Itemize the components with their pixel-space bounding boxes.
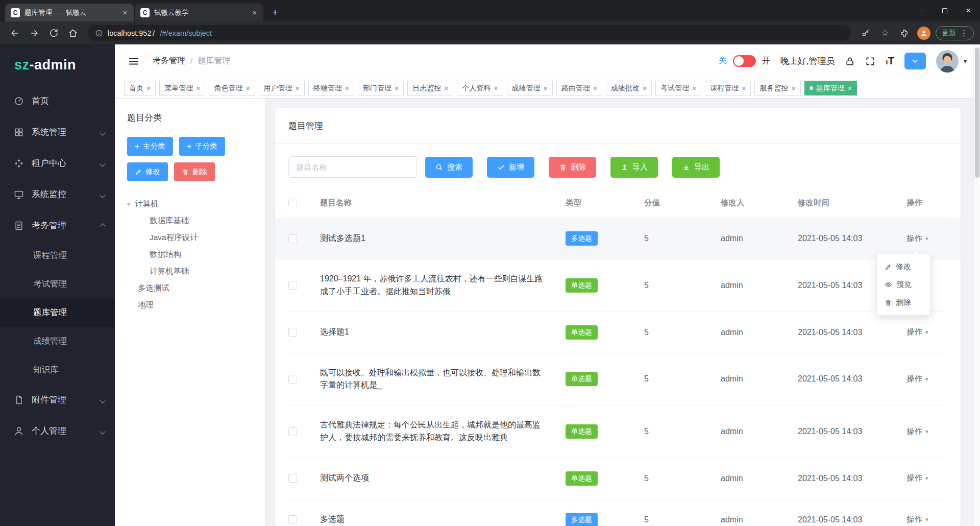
- add-button[interactable]: 新增: [487, 157, 534, 178]
- sidebar-item-monitor[interactable]: 系统监控: [0, 179, 115, 210]
- browser-profile-avatar[interactable]: [917, 27, 930, 40]
- refresh-button[interactable]: [45, 25, 62, 42]
- avatar-caret-icon[interactable]: ▾: [964, 58, 967, 65]
- row-checkbox[interactable]: [288, 474, 297, 483]
- tag-close-icon[interactable]: ×: [791, 84, 795, 92]
- tag-close-icon[interactable]: ×: [395, 84, 399, 92]
- address-bar[interactable]: localhost:9527/#/exam/subject: [88, 25, 851, 41]
- minimize-button[interactable]: [910, 0, 933, 21]
- tag-home[interactable]: 首页×: [124, 81, 156, 95]
- tree-node-java[interactable]: Java程序设计: [127, 229, 253, 246]
- user-avatar[interactable]: [936, 50, 959, 73]
- question-name-input[interactable]: [288, 156, 417, 178]
- row-checkbox[interactable]: [288, 328, 297, 337]
- sidebar-item-attachment[interactable]: 附件管理: [0, 384, 115, 415]
- tag-service-monitor[interactable]: 服务监控×: [754, 81, 800, 95]
- bookmark-star-button[interactable]: ☆: [876, 25, 894, 42]
- tag-role-mgmt[interactable]: 角色管理×: [209, 81, 255, 95]
- dropdown-delete-item[interactable]: 删除: [877, 294, 930, 312]
- row-action-dropdown[interactable]: 操作▾: [906, 426, 928, 437]
- tag-exam-mgmt[interactable]: 考试管理×: [655, 81, 701, 95]
- sidebar-item-system[interactable]: 系统管理: [0, 116, 115, 148]
- tree-node-computer-basic[interactable]: 计算机基础: [127, 263, 253, 280]
- lock-screen-button[interactable]: [845, 56, 855, 66]
- edit-category-button[interactable]: 修改: [127, 162, 168, 181]
- sidebar-item-question-bank[interactable]: 题库管理: [0, 298, 115, 327]
- tag-close-icon[interactable]: ×: [296, 84, 300, 92]
- tag-close-icon[interactable]: ×: [444, 84, 448, 92]
- tab-close-icon[interactable]: ×: [250, 8, 259, 17]
- import-button[interactable]: 导入: [610, 157, 658, 178]
- browser-update-button[interactable]: 更新 ⋮: [936, 26, 974, 40]
- row-checkbox[interactable]: [288, 281, 297, 290]
- tag-score-review[interactable]: 成绩批改×: [606, 81, 652, 95]
- row-action-dropdown[interactable]: 操作▾: [906, 374, 928, 385]
- tree-node-database[interactable]: 数据库基础: [127, 212, 253, 229]
- dropdown-edit-item[interactable]: 修改: [877, 258, 930, 276]
- tag-close-icon[interactable]: ×: [593, 84, 597, 92]
- breadcrumb-item[interactable]: 考务管理: [153, 56, 185, 66]
- close-window-button[interactable]: ×: [957, 0, 980, 21]
- row-checkbox[interactable]: [288, 375, 297, 384]
- tree-node-multi-test[interactable]: 多选测试: [127, 280, 253, 297]
- tag-log-monitor[interactable]: 日志监控×: [407, 81, 453, 95]
- tag-terminal-mgmt[interactable]: 终端管理×: [308, 81, 354, 95]
- tag-question-bank-active[interactable]: 题库管理×: [804, 81, 857, 95]
- row-action-dropdown[interactable]: 操作▾: [906, 473, 928, 484]
- tab-close-icon[interactable]: ×: [120, 8, 130, 17]
- row-action-dropdown[interactable]: 操作▾: [906, 233, 928, 244]
- home-button[interactable]: [64, 25, 82, 42]
- back-button[interactable]: [6, 25, 23, 42]
- sidebar-item-exam[interactable]: 考务管理: [0, 210, 115, 241]
- tag-close-icon[interactable]: ×: [643, 84, 647, 92]
- search-button[interactable]: 搜索: [425, 157, 473, 178]
- font-size-button[interactable]: tT: [886, 55, 894, 67]
- sidebar-item-knowledge[interactable]: 知识库: [0, 355, 115, 384]
- add-sub-category-button[interactable]: + 子分类: [179, 137, 225, 156]
- tree-node-geography[interactable]: 地理: [127, 297, 253, 314]
- tag-dept-mgmt[interactable]: 部门管理×: [358, 81, 404, 95]
- tag-profile[interactable]: 个人资料×: [457, 81, 503, 95]
- sidebar-item-home[interactable]: 首页: [0, 85, 115, 116]
- extensions-button[interactable]: [896, 25, 913, 42]
- tree-expand-caret-icon[interactable]: ▾: [127, 201, 130, 208]
- row-checkbox[interactable]: [288, 234, 297, 243]
- tag-close-icon[interactable]: ×: [544, 84, 548, 92]
- row-action-dropdown[interactable]: 操作▾: [906, 327, 928, 338]
- maximize-button[interactable]: [933, 0, 957, 21]
- tag-close-icon[interactable]: ×: [848, 84, 852, 92]
- browser-menu-icon[interactable]: ⋮: [960, 29, 968, 38]
- fullscreen-button[interactable]: [865, 56, 875, 66]
- sidebar-item-personal[interactable]: 个人管理: [0, 415, 115, 446]
- row-checkbox[interactable]: [288, 427, 297, 436]
- page-scrollbar[interactable]: [973, 44, 980, 526]
- browser-tab-active[interactable]: C 题库管理——轼辙云 ×: [5, 4, 134, 21]
- tag-close-icon[interactable]: ×: [345, 84, 349, 92]
- sidebar-item-exam-mgmt[interactable]: 考试管理: [0, 270, 115, 298]
- sidebar-item-score[interactable]: 成绩管理: [0, 327, 115, 355]
- tag-close-icon[interactable]: ×: [742, 84, 746, 92]
- select-all-checkbox[interactable]: [288, 199, 297, 207]
- forward-button[interactable]: [26, 25, 43, 42]
- dropdown-preview-item[interactable]: 预览: [877, 276, 930, 294]
- sidebar-item-tenant[interactable]: 租户中心: [0, 148, 115, 179]
- tag-menu-mgmt[interactable]: 菜单管理×: [159, 81, 205, 95]
- scrollbar-thumb[interactable]: [975, 47, 979, 178]
- tag-close-icon[interactable]: ×: [494, 84, 498, 92]
- delete-category-button[interactable]: 删除: [174, 162, 215, 181]
- add-main-category-button[interactable]: + 主分类: [127, 137, 173, 156]
- row-checkbox[interactable]: [288, 515, 297, 524]
- delete-button[interactable]: 删除: [549, 157, 596, 178]
- new-tab-button[interactable]: +: [267, 5, 283, 20]
- tree-node-data-structure[interactable]: 数据结构: [127, 246, 253, 263]
- theme-switch[interactable]: [733, 55, 756, 67]
- password-key-button[interactable]: [857, 25, 874, 42]
- tag-course-mgmt[interactable]: 课程管理×: [705, 81, 751, 95]
- export-button[interactable]: 导出: [672, 157, 720, 178]
- tag-close-icon[interactable]: ×: [196, 84, 200, 92]
- language-dropdown-button[interactable]: [904, 53, 926, 69]
- row-action-dropdown[interactable]: 操作▾: [906, 514, 928, 525]
- tag-route-mgmt[interactable]: 路由管理×: [556, 81, 602, 95]
- tag-score-mgmt[interactable]: 成绩管理×: [507, 81, 553, 95]
- collapse-menu-button[interactable]: [128, 56, 139, 67]
